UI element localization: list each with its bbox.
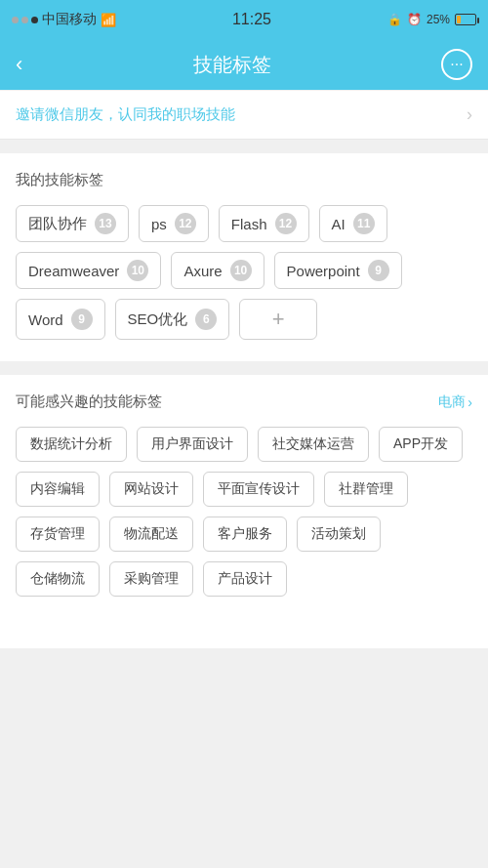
skill-tag[interactable]: Powerpoint9 <box>274 252 402 289</box>
tag-count: 13 <box>95 213 116 234</box>
interest-tag[interactable]: 产品设计 <box>203 561 287 597</box>
status-time: 11:25 <box>232 11 271 28</box>
lock-icon: 🔒 <box>387 13 402 26</box>
nav-bar: ‹ 技能标签 ··· <box>0 39 488 90</box>
status-left: 中国移动 📶 <box>12 11 116 28</box>
interest-tag-name: 物流配送 <box>124 525 179 541</box>
interest-tag-name: APP开发 <box>393 435 448 451</box>
tag-count: 10 <box>230 260 252 281</box>
interest-tag-name: 活动策划 <box>311 525 366 541</box>
tag-count: 11 <box>353 213 375 234</box>
my-tags-container: 团队协作13ps12Flash12AI11Dreamweaver10Axure1… <box>16 205 472 340</box>
tag-name: AI <box>332 216 346 232</box>
interest-tag[interactable]: 内容编辑 <box>16 472 100 507</box>
tag-count: 12 <box>175 213 196 234</box>
tag-name: Powerpoint <box>287 263 360 279</box>
alarm-icon: ⏰ <box>407 13 422 26</box>
carrier-label: 中国移动 <box>42 11 97 28</box>
add-tag-button[interactable]: + <box>239 299 317 340</box>
interest-tag[interactable]: 存货管理 <box>16 517 100 552</box>
interest-tag[interactable]: 网站设计 <box>109 472 193 507</box>
tag-name: Axure <box>183 263 222 279</box>
invite-banner[interactable]: 邀请微信朋友，认同我的职场技能 › <box>0 91 488 140</box>
interest-tag[interactable]: APP开发 <box>379 427 463 462</box>
my-tags-title: 我的技能标签 <box>16 171 103 189</box>
wifi-icon: 📶 <box>101 13 116 27</box>
skill-tag[interactable]: SEO优化6 <box>115 299 230 340</box>
skill-tag[interactable]: Flash12 <box>219 205 309 242</box>
tag-name: 团队协作 <box>28 215 87 233</box>
my-tags-header: 我的技能标签 <box>16 171 472 189</box>
signal-dots <box>12 17 38 23</box>
battery-percent: 25% <box>427 13 450 26</box>
interest-tag-name: 内容编辑 <box>30 480 85 496</box>
interest-tag[interactable]: 采购管理 <box>109 561 193 597</box>
interest-tag-name: 网站设计 <box>124 480 179 496</box>
page-title: 技能标签 <box>193 52 271 78</box>
interest-tags-header: 可能感兴趣的技能标签 电商 › <box>16 393 472 411</box>
tag-count: 9 <box>368 260 389 281</box>
battery-indicator <box>455 14 476 25</box>
tag-name: SEO优化 <box>128 310 188 329</box>
interest-tags-link[interactable]: 电商 › <box>438 393 472 411</box>
interest-tag[interactable]: 社交媒体运营 <box>258 427 369 462</box>
battery-fill <box>457 16 462 23</box>
interest-tag[interactable]: 数据统计分析 <box>16 427 127 462</box>
skill-tag[interactable]: ps12 <box>139 205 209 242</box>
invite-arrow: › <box>467 104 472 125</box>
skill-tag[interactable]: Word9 <box>16 299 105 340</box>
chat-icon: ··· <box>450 56 463 73</box>
interest-tag-name: 社交媒体运营 <box>272 435 354 451</box>
tag-name: Word <box>28 311 63 328</box>
interest-tag[interactable]: 客户服务 <box>203 517 287 552</box>
tag-count: 10 <box>127 260 148 281</box>
skill-tag[interactable]: 团队协作13 <box>16 205 129 242</box>
interest-tags-section: 可能感兴趣的技能标签 电商 › 数据统计分析用户界面设计社交媒体运营APP开发内… <box>0 375 488 648</box>
interest-tag-name: 客户服务 <box>218 525 272 541</box>
link-arrow-icon: › <box>468 394 472 410</box>
interest-tag[interactable]: 物流配送 <box>109 517 193 552</box>
interest-tag-name: 数据统计分析 <box>30 435 112 451</box>
chat-button[interactable]: ··· <box>441 49 472 80</box>
tag-name: ps <box>151 216 167 232</box>
interest-tag[interactable]: 平面宣传设计 <box>203 472 314 507</box>
tag-count: 12 <box>275 213 297 234</box>
skill-tag[interactable]: Axure10 <box>171 252 264 289</box>
plus-icon: + <box>272 307 285 332</box>
interest-tag-name: 用户界面设计 <box>151 435 233 451</box>
signal-dot-3 <box>31 17 38 23</box>
status-right: 🔒 ⏰ 25% <box>387 13 476 26</box>
signal-dot-2 <box>21 17 28 23</box>
signal-dot-1 <box>12 17 19 23</box>
status-bar: 中国移动 📶 11:25 🔒 ⏰ 25% <box>0 0 488 39</box>
interest-tags-title: 可能感兴趣的技能标签 <box>16 393 162 411</box>
interest-tag-name: 社群管理 <box>339 480 393 496</box>
interest-tag[interactable]: 仓储物流 <box>16 561 100 597</box>
interest-tag-name: 存货管理 <box>30 525 85 541</box>
interest-tag[interactable]: 活动策划 <box>297 517 381 552</box>
interest-tag[interactable]: 社群管理 <box>324 472 408 507</box>
back-button[interactable]: ‹ <box>16 52 22 77</box>
tag-name: Dreamweaver <box>28 263 119 279</box>
interest-tag[interactable]: 用户界面设计 <box>137 427 248 462</box>
invite-text: 邀请微信朋友，认同我的职场技能 <box>16 105 235 124</box>
skill-tag[interactable]: Dreamweaver10 <box>16 252 161 289</box>
tag-count: 6 <box>195 309 217 330</box>
interest-tag-name: 采购管理 <box>124 570 179 586</box>
tag-count: 9 <box>71 309 93 330</box>
skill-tag[interactable]: AI11 <box>319 205 387 242</box>
interest-tag-name: 平面宣传设计 <box>218 480 300 496</box>
interest-tag-name: 产品设计 <box>218 570 272 586</box>
interest-tags-container: 数据统计分析用户界面设计社交媒体运营APP开发内容编辑网站设计平面宣传设计社群管… <box>16 427 472 597</box>
interest-tag-name: 仓储物流 <box>30 570 85 586</box>
tag-name: Flash <box>231 216 267 232</box>
my-tags-section: 我的技能标签 团队协作13ps12Flash12AI11Dreamweaver1… <box>0 153 488 361</box>
